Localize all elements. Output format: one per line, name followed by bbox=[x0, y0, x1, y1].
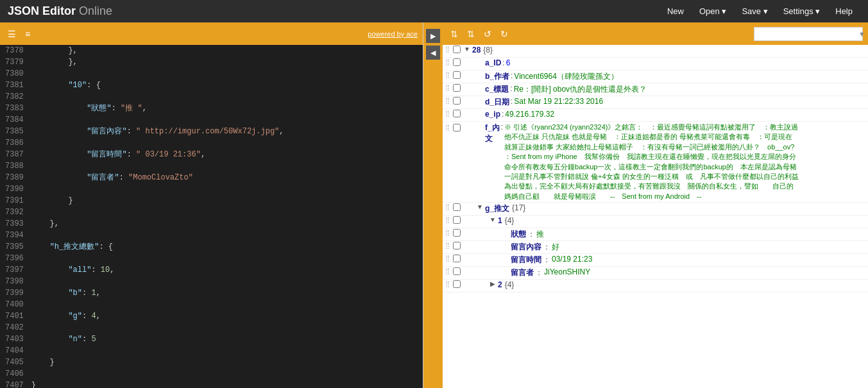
logo-text-bold: JSON Editor bbox=[8, 4, 76, 17]
app-logo: JSON Editor Online bbox=[8, 4, 112, 18]
drag-handle[interactable]: ⣿ bbox=[443, 110, 452, 117]
drag-handle[interactable]: ⣿ bbox=[443, 255, 452, 262]
tree-index: 1 bbox=[498, 216, 502, 225]
toggle-icon[interactable]: ▼ bbox=[488, 216, 498, 223]
tree-badge: {4} bbox=[505, 216, 868, 225]
save-button[interactable]: Save ▾ bbox=[734, 0, 775, 22]
tree-key: d_日期 bbox=[485, 97, 509, 108]
tree-row: ⣿ ▼ 28 {8} bbox=[443, 45, 868, 58]
row-checkbox[interactable] bbox=[452, 84, 462, 92]
tree-row-multiline: ⣿ f_內文 : ※ 引述《ryann2324 (ryann2324)》之銘言：… bbox=[443, 122, 868, 203]
tree-value: Vincent6964（肆陸玫隴孫文） bbox=[514, 71, 868, 82]
search-box[interactable]: ▼ bbox=[754, 27, 863, 41]
tree-key: b_作者 bbox=[485, 71, 509, 82]
row-checkbox[interactable] bbox=[452, 110, 462, 117]
tree-value: Sat Mar 19 21:22:33 2016 bbox=[514, 97, 868, 106]
row-checkbox[interactable] bbox=[452, 255, 462, 262]
tree-row: ⣿ 留言內容 ： 好 bbox=[443, 241, 868, 254]
header: JSON Editor Online New Open ▾ Save ▾ Set… bbox=[0, 0, 868, 22]
tree-badge: {4} bbox=[505, 280, 868, 289]
code-content[interactable]: }, }, "10": { "狀態": "推 ", "留言內容": " http… bbox=[29, 45, 423, 388]
tree-row: ⣿ 留言者 ： JiYeonSHINY bbox=[443, 267, 868, 280]
toggle-icon[interactable]: ▼ bbox=[475, 203, 485, 210]
right-toolbar: ⇅ ⇅ ↺ ↻ ▼ bbox=[443, 22, 868, 45]
drag-handle[interactable]: ⣿ bbox=[443, 203, 452, 210]
tree-row: ⣿ 留言時間 ： 03/19 21:23 bbox=[443, 254, 868, 267]
tree-index: 2 bbox=[498, 280, 502, 289]
tree-value: JiYeonSHINY bbox=[544, 267, 868, 276]
tree-badge: {8} bbox=[483, 46, 868, 55]
tree-key: 留言者 bbox=[511, 267, 534, 278]
drag-handle[interactable]: ⣿ bbox=[443, 122, 452, 131]
logo-text-sub: Online bbox=[76, 4, 112, 17]
drag-handle[interactable]: ⣿ bbox=[443, 71, 452, 78]
open-button[interactable]: Open ▾ bbox=[692, 0, 734, 22]
powered-by-ace[interactable]: powered by ace bbox=[368, 30, 418, 38]
tree-value: 推 bbox=[536, 229, 868, 240]
tree-value: 49.216.179.32 bbox=[505, 110, 868, 119]
row-checkbox[interactable] bbox=[452, 203, 462, 211]
left-format-icon[interactable]: ≡ bbox=[22, 28, 33, 40]
tree-key: f_內文 bbox=[485, 122, 500, 144]
tree-scroll-area[interactable]: ⣿ ▼ 28 {8} ⣿ a_ID : 6 bbox=[443, 45, 868, 388]
row-checkbox[interactable] bbox=[452, 122, 462, 131]
left-menu-icon[interactable]: ☰ bbox=[5, 28, 19, 40]
tree-row: ⣿ ▼ 1 {4} bbox=[443, 215, 868, 228]
row-checkbox[interactable] bbox=[452, 97, 462, 105]
row-checkbox[interactable] bbox=[452, 229, 462, 237]
row-checkbox[interactable] bbox=[452, 71, 462, 79]
tree-key: c_標題 bbox=[485, 84, 509, 95]
tree-row: ⣿ a_ID : 6 bbox=[443, 58, 868, 71]
tree-row: ⣿ 狀態 ： 推 bbox=[443, 228, 868, 241]
tree-row: ⣿ ▶ 2 {4} bbox=[443, 280, 868, 292]
expand-left-button[interactable]: ◀ bbox=[426, 46, 440, 60]
toggle-icon[interactable]: ▶ bbox=[488, 280, 498, 287]
tree-key: e_ip bbox=[485, 110, 500, 119]
tree-row: ⣿ e_ip : 49.216.179.32 bbox=[443, 109, 868, 122]
settings-button[interactable]: Settings ▾ bbox=[776, 0, 828, 22]
drag-handle[interactable]: ⣿ bbox=[443, 46, 452, 53]
right-sort-asc-icon[interactable]: ⇅ bbox=[448, 28, 461, 40]
search-input[interactable] bbox=[754, 28, 856, 40]
row-checkbox[interactable] bbox=[452, 242, 462, 249]
drag-handle[interactable]: ⣿ bbox=[443, 242, 452, 249]
tree-value: 03/19 21:23 bbox=[552, 255, 868, 264]
tree-value: 好 bbox=[552, 242, 868, 253]
row-checkbox[interactable] bbox=[452, 216, 462, 224]
right-panel: ⇅ ⇅ ↺ ↻ ▼ ⣿ ▼ 28 {8} bbox=[443, 22, 868, 388]
row-checkbox[interactable] bbox=[452, 46, 462, 53]
main-container: ☰ ≡ powered by ace 7378 7379 7380 7381 7… bbox=[0, 22, 868, 388]
row-checkbox[interactable] bbox=[452, 58, 462, 66]
search-icon: ▼ bbox=[856, 30, 868, 38]
tree-row: ⣿ c_標題 : Re：[閒卦] obov仇的是個性還是外表？ bbox=[443, 83, 868, 96]
drag-handle[interactable]: ⣿ bbox=[443, 216, 452, 223]
row-checkbox[interactable] bbox=[452, 280, 462, 288]
expand-right-button[interactable]: ▶ bbox=[426, 29, 440, 43]
tree-key: 留言內容 bbox=[511, 242, 541, 253]
right-sort-desc-icon[interactable]: ⇅ bbox=[464, 28, 477, 40]
drag-handle[interactable]: ⣿ bbox=[443, 267, 452, 274]
help-button[interactable]: Help bbox=[828, 0, 860, 22]
right-tree: ⣿ ▼ 28 {8} ⣿ a_ID : 6 bbox=[443, 45, 868, 388]
new-button[interactable]: New bbox=[660, 0, 692, 22]
right-redo-icon[interactable]: ↻ bbox=[498, 28, 511, 40]
tree-value-multiline: ※ 引述《ryann2324 (ryann2324)》之銘言： ：最近感覺母豬這… bbox=[504, 122, 799, 201]
row-checkbox[interactable] bbox=[452, 267, 462, 275]
tree-key: 狀態 bbox=[511, 229, 526, 240]
left-panel: ☰ ≡ powered by ace 7378 7379 7380 7381 7… bbox=[0, 22, 423, 388]
left-editor[interactable]: 7378 7379 7380 7381 7382 7383 7384 7385 … bbox=[0, 45, 423, 388]
line-numbers: 7378 7379 7380 7381 7382 7383 7384 7385 … bbox=[0, 45, 29, 388]
drag-handle[interactable]: ⣿ bbox=[443, 229, 452, 236]
drag-handle[interactable]: ⣿ bbox=[443, 84, 452, 91]
tree-badge: {17} bbox=[512, 203, 868, 212]
drag-handle[interactable]: ⣿ bbox=[443, 280, 452, 287]
tree-value: 6 bbox=[506, 58, 868, 67]
toggle-icon[interactable]: ▼ bbox=[462, 46, 472, 53]
tree-row: ⣿ d_日期 : Sat Mar 19 21:22:33 2016 bbox=[443, 96, 868, 109]
middle-panel: ▶ ◀ bbox=[423, 22, 443, 388]
drag-handle[interactable]: ⣿ bbox=[443, 58, 452, 65]
drag-handle[interactable]: ⣿ bbox=[443, 97, 452, 104]
tree-index: 28 bbox=[472, 46, 481, 55]
right-undo-icon[interactable]: ↺ bbox=[481, 28, 494, 40]
tree-value: Re：[閒卦] obov仇的是個性還是外表？ bbox=[514, 84, 868, 95]
